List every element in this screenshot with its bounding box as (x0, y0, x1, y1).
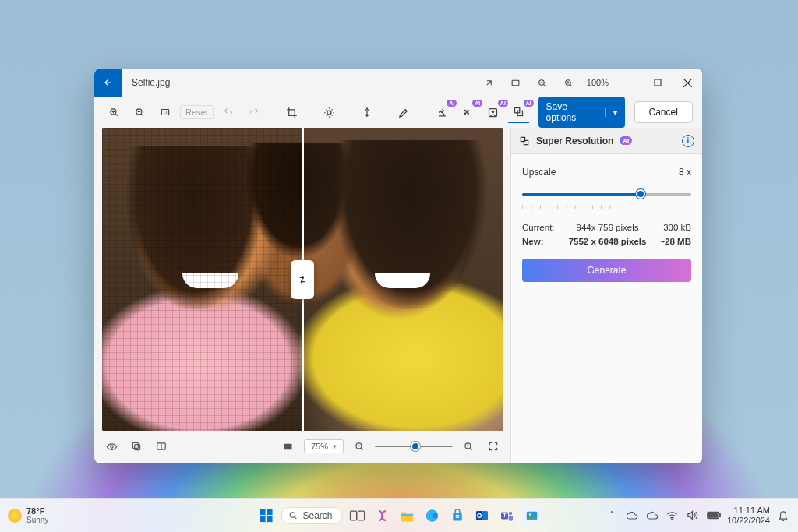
undo-icon[interactable] (218, 101, 239, 123)
zoom-out-icon[interactable] (129, 101, 150, 123)
svg-rect-39 (455, 516, 457, 518)
svg-point-8 (327, 111, 331, 115)
back-button[interactable] (94, 69, 122, 97)
edge-icon[interactable] (422, 506, 443, 526)
upscale-slider[interactable] (522, 187, 691, 201)
fit-to-screen-icon[interactable] (503, 69, 529, 97)
outlook-icon[interactable] (472, 506, 493, 526)
zoom-in-bottom-icon[interactable] (459, 437, 478, 456)
svg-point-13 (468, 113, 468, 114)
svg-point-12 (465, 113, 466, 114)
volume-icon[interactable] (687, 510, 699, 520)
svg-point-19 (110, 445, 112, 447)
zoom-value: 75% (311, 442, 328, 451)
svg-rect-29 (267, 509, 272, 514)
fit-window-icon[interactable] (279, 437, 298, 456)
copilot-icon[interactable] (373, 506, 393, 526)
compare-slider-handle[interactable] (291, 260, 314, 299)
chevron-up-icon[interactable]: ˄ (606, 510, 618, 520)
taskbar: 78°F Sunny Search T ˄ 11:11 AM 10/22/202… (0, 498, 798, 532)
redo-icon[interactable] (244, 101, 265, 123)
maximize-button[interactable] (643, 69, 673, 97)
start-button[interactable] (256, 506, 276, 526)
svg-point-48 (529, 513, 531, 516)
super-resolution-panel: Super Resolution AI i Upscale 8 x | | | … (510, 128, 702, 463)
svg-point-10 (465, 110, 466, 111)
svg-rect-34 (358, 511, 364, 520)
upscale-label: Upscale (522, 167, 556, 178)
temperature: 78°F (26, 506, 48, 516)
task-view-icon[interactable] (348, 506, 368, 526)
new-size: ~28 MB (648, 237, 691, 246)
svg-rect-38 (457, 515, 459, 516)
remove-background-icon[interactable] (482, 101, 503, 123)
bottom-bar: 75% ▾ (102, 431, 503, 457)
photos-app-icon[interactable] (522, 506, 542, 526)
save-options-button[interactable]: Save options ▾ (538, 97, 625, 128)
svg-rect-20 (135, 445, 140, 450)
svg-point-49 (672, 519, 673, 520)
svg-point-32 (290, 513, 295, 518)
blur-background-icon[interactable] (457, 101, 478, 123)
wifi-icon[interactable] (666, 511, 679, 520)
time: 11:11 AM (727, 506, 770, 515)
zoom-slider[interactable] (375, 440, 453, 453)
svg-rect-23 (284, 443, 292, 449)
battery-icon[interactable] (707, 511, 719, 520)
zoom-out-bottom-icon[interactable] (350, 437, 369, 456)
svg-rect-35 (401, 513, 413, 515)
taskbar-clock[interactable]: 11:11 AM 10/22/2024 (727, 506, 770, 524)
cloud-icon[interactable] (646, 511, 659, 520)
svg-point-16 (492, 111, 494, 113)
before-pixelated-overlay (102, 128, 302, 431)
store-icon[interactable] (447, 506, 468, 526)
slider-thumb[interactable] (411, 442, 420, 451)
current-size: 300 kB (648, 223, 691, 232)
generative-erase-icon[interactable] (432, 101, 453, 123)
onedrive-icon[interactable] (626, 511, 638, 520)
zoom-in-icon[interactable] (104, 101, 125, 123)
svg-rect-31 (267, 516, 272, 521)
close-button[interactable] (673, 69, 702, 97)
weather-widget[interactable]: 78°F Sunny (8, 506, 48, 524)
photo-preview[interactable] (102, 128, 503, 431)
minimize-button[interactable] (613, 69, 643, 97)
taskbar-search[interactable]: Search (281, 507, 342, 524)
super-resolution-icon[interactable] (508, 101, 529, 123)
notifications-icon[interactable] (778, 509, 790, 521)
teams-icon[interactable]: T (497, 506, 517, 526)
file-name: Selfie.jpg (122, 77, 170, 88)
fullscreen-icon[interactable] (484, 437, 503, 456)
expand-diagonal-icon[interactable] (476, 69, 503, 97)
filter-icon[interactable] (356, 101, 377, 123)
weather-desc: Sunny (26, 516, 48, 524)
crop-icon[interactable] (281, 101, 302, 123)
svg-point-14 (467, 111, 468, 112)
slider-thumb[interactable] (636, 189, 645, 199)
zoom-in-title-icon[interactable] (556, 69, 582, 97)
adjust-light-icon[interactable] (319, 101, 340, 123)
current-label: Current: (522, 223, 567, 232)
svg-rect-21 (132, 442, 138, 448)
cancel-button[interactable]: Cancel (634, 101, 693, 123)
toggle-preview-icon[interactable] (102, 437, 121, 456)
markup-pen-icon[interactable] (394, 101, 415, 123)
chevron-down-icon: ▾ (333, 442, 337, 450)
current-dims: 944x 756 pixels (567, 223, 648, 232)
search-label: Search (302, 510, 332, 521)
generate-button[interactable]: Generate (522, 259, 691, 282)
svg-point-46 (509, 511, 513, 515)
aspect-ratio-icon[interactable]: 1:1 (154, 101, 175, 123)
photos-app-window: Selfie.jpg 100% 1:1 Reset (94, 69, 702, 463)
zoom-dropdown[interactable]: 75% ▾ (304, 439, 344, 453)
svg-rect-51 (719, 513, 720, 516)
split-view-icon[interactable] (152, 437, 171, 456)
svg-text:1:1: 1:1 (163, 111, 168, 115)
explorer-icon[interactable] (397, 506, 418, 526)
copy-icon[interactable] (127, 437, 146, 456)
info-icon[interactable]: i (682, 135, 694, 147)
zoom-out-title-icon[interactable] (529, 69, 556, 97)
reset-button[interactable]: Reset (180, 105, 214, 119)
scale-icon (519, 136, 530, 146)
ai-badge: AI (620, 136, 632, 145)
